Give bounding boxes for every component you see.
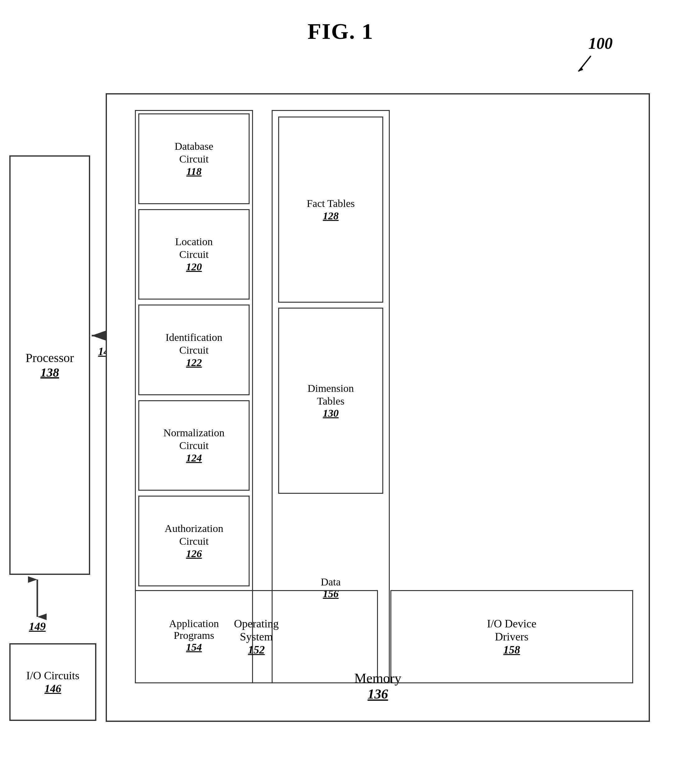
processor-box: Processor 138 [10,155,90,575]
dimension-tables-box: DimensionTables 130 [278,308,383,494]
circuit-identification: IdentificationCircuit 122 [138,305,250,395]
circuit-database: DatabaseCircuit 118 [138,114,250,204]
circuit-location: LocationCircuit 120 [138,209,250,300]
arrow-149-label: 149 [29,620,46,633]
memory-label: Memory 136 [354,670,402,702]
processor-num: 138 [40,365,59,380]
circuit-normalization: NormalizationCircuit 124 [138,400,250,491]
ref-100-label: 100 [588,34,613,52]
arrow-149: 149 [28,577,47,633]
os-box: OperatingSystem 152 [135,590,378,683]
bottom-row: OperatingSystem 152 I/O DeviceDrivers 15… [135,590,633,683]
outer-box: DatabaseCircuit 118 LocationCircuit 120 … [106,93,650,722]
processor-name: Processor [25,351,74,365]
io-circuits-num: 146 [44,682,61,695]
ref-100-arrow [572,53,597,78]
fact-tables-box: Fact Tables 128 [278,117,383,303]
page-title: FIG. 1 [0,0,681,44]
io-circuits-name: I/O Circuits [27,669,79,682]
io-drivers-box: I/O DeviceDrivers 158 [390,590,633,683]
circuit-authorization: AuthorizationCircuit 126 [138,496,250,586]
io-circuits-box: I/O Circuits 146 [10,643,97,721]
arrow-149-svg [28,577,47,620]
